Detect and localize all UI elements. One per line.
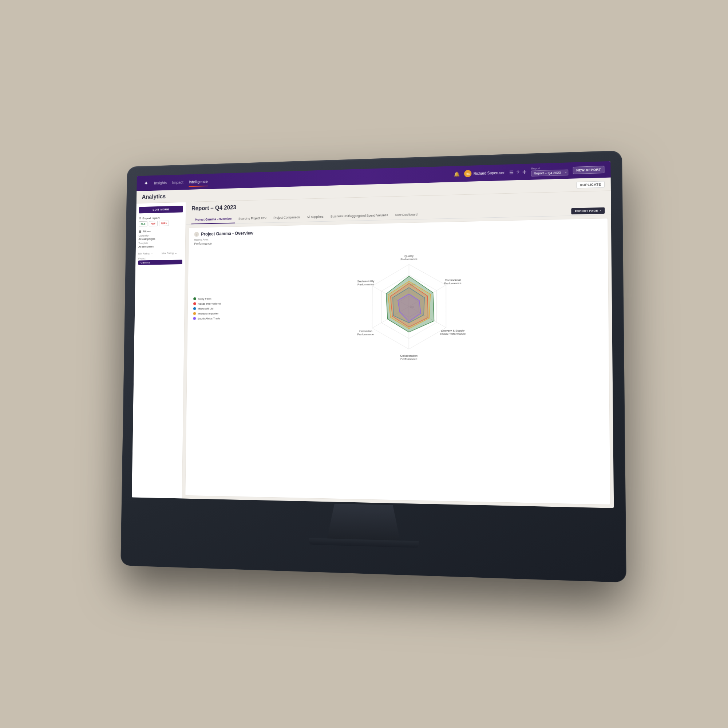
chart-section-icon: ○ xyxy=(194,232,199,237)
svg-text:SustainabilityPerformance: SustainabilityPerformance xyxy=(357,280,374,286)
legend-item: Recall International xyxy=(193,302,221,305)
max-rating-label: Max Rating xyxy=(162,252,174,254)
rating-filter-row: Min Rating – Max Rating – xyxy=(138,249,182,256)
min-rating-label: Min Rating xyxy=(138,252,150,255)
chart-area: ○ Project Gamma - Overview Rating Area P… xyxy=(185,218,610,505)
content: Report – Q4 2023 Project Gamma - Overvie… xyxy=(182,191,614,508)
filters-section: ▤ Filters Campaign All campaigns Templat… xyxy=(138,229,183,265)
template-filter: Template All templates xyxy=(138,241,182,249)
topbar-right: 🔔 RS Richard Superuser ☰ ? ✛ Report xyxy=(454,165,605,179)
sidebar: EDIT MORE ⬆ Export report XLS PDF PDF+ xyxy=(132,202,186,498)
tab-sourcing-project[interactable]: Sourcing Project XYZ xyxy=(235,214,270,223)
template-value: All templates xyxy=(138,244,182,248)
template-label: Template xyxy=(138,241,182,245)
svg-text:CollaborationPerformance: CollaborationPerformance xyxy=(400,354,418,361)
user-name: Richard Superuser xyxy=(474,170,505,176)
campaign-filter: Campaign All campaigns xyxy=(139,234,183,241)
legend-item: Sicily Farm xyxy=(193,297,221,301)
tab-project-gamma-overview[interactable]: Project Gamma - Overview xyxy=(191,215,235,224)
page-title: Analytics xyxy=(142,193,166,200)
radar-wrapper: 50%QualityPerformanceCommercialPerforman… xyxy=(226,241,603,369)
monitor-base xyxy=(327,503,400,541)
chart-section-title: Project Gamma - Overview xyxy=(201,231,253,237)
export-pdfplus-button[interactable]: PDF+ xyxy=(159,220,169,226)
duplicate-button[interactable]: DUPLICATE xyxy=(576,181,605,188)
user-badge: RS Richard Superuser xyxy=(464,169,505,177)
user-avatar: RS xyxy=(464,170,471,177)
chevron-right-icon: › xyxy=(600,209,601,212)
bell-icon[interactable]: 🔔 xyxy=(454,171,460,177)
nav-impact[interactable]: Impact xyxy=(172,179,184,186)
export-pdf-button[interactable]: PDF xyxy=(148,221,157,226)
nav-insights[interactable]: Insights xyxy=(154,179,167,187)
campaign-value: All campaigns xyxy=(139,237,183,241)
report-select[interactable]: Report – Q4 2023 xyxy=(531,170,568,177)
svg-text:InnovationPerformance: InnovationPerformance xyxy=(357,329,374,336)
svg-text:QualityPerformance: QualityPerformance xyxy=(401,254,417,261)
project-filter: Project Gamma xyxy=(138,257,182,265)
monitor: ✦ Insights Impact Intelligence 🔔 RS Rich… xyxy=(121,150,626,583)
report-select-wrapper: Report Report – Q4 2023 ▾ xyxy=(531,166,568,177)
radar-chart: 50%QualityPerformanceCommercialPerforman… xyxy=(336,243,483,369)
campaign-label: Campaign xyxy=(139,234,183,237)
app-logo: ✦ xyxy=(142,179,150,187)
new-report-button[interactable]: NEW REPORT xyxy=(573,166,605,174)
export-page-label: EXPORT PAGE xyxy=(575,209,598,213)
max-rating-value: – xyxy=(175,252,177,255)
project-label: Project xyxy=(138,257,182,260)
export-page-button[interactable]: EXPORT PAGE › xyxy=(571,207,605,214)
hamburger-icon[interactable]: ☰ xyxy=(509,170,514,175)
tab-new-dashboard[interactable]: New Dashboard xyxy=(392,210,421,220)
project-tag[interactable]: Gamma xyxy=(138,260,182,265)
app: ✦ Insights Impact Intelligence 🔔 RS Rich… xyxy=(132,161,614,508)
svg-text:CommercialPerformance: CommercialPerformance xyxy=(444,278,461,285)
edit-more-button[interactable]: EDIT MORE xyxy=(139,206,183,213)
chart-container: Sicily FarmRecall InternationalMicrosoft… xyxy=(193,241,603,369)
export-xls-button[interactable]: XLS xyxy=(139,221,147,227)
help-icon[interactable]: ? xyxy=(517,169,519,175)
tab-project-comparison[interactable]: Project Comparison xyxy=(270,213,303,222)
max-rating-filter: Max Rating – xyxy=(162,249,182,255)
export-buttons: XLS PDF PDF+ xyxy=(139,220,183,226)
tab-all-suppliers[interactable]: All Suppliers xyxy=(303,213,327,222)
svg-text:Delivery & SupplyChain Perform: Delivery & SupplyChain Performance xyxy=(440,329,466,336)
legend-item: Microsoft Ltd xyxy=(193,307,221,310)
export-section: ⬆ Export report XLS PDF PDF+ xyxy=(139,216,183,227)
filter-icon: ▤ xyxy=(139,230,141,233)
nav-intelligence[interactable]: Intelligence xyxy=(188,178,208,186)
export-section-title: ⬆ Export report xyxy=(139,216,183,220)
legend-item: Midrand Importer xyxy=(193,312,221,315)
chart-legend: Sicily FarmRecall InternationalMicrosoft… xyxy=(193,297,222,320)
filters-title: ▤ Filters xyxy=(139,229,183,233)
tab-business-unit[interactable]: Business Unit/Aggregated Spend Volumes xyxy=(327,211,392,221)
export-icon: ⬆ xyxy=(139,217,141,220)
screen: ✦ Insights Impact Intelligence 🔔 RS Rich… xyxy=(132,161,614,508)
topbar-icons: ☰ ? ✛ xyxy=(509,169,527,175)
legend-item: South Africa Trade xyxy=(193,317,221,320)
min-rating-filter: Min Rating – xyxy=(138,249,159,256)
main-body: EDIT MORE ⬆ Export report XLS PDF PDF+ xyxy=(132,191,614,508)
min-rating-value: – xyxy=(151,252,153,255)
expand-icon[interactable]: ✛ xyxy=(522,169,526,175)
